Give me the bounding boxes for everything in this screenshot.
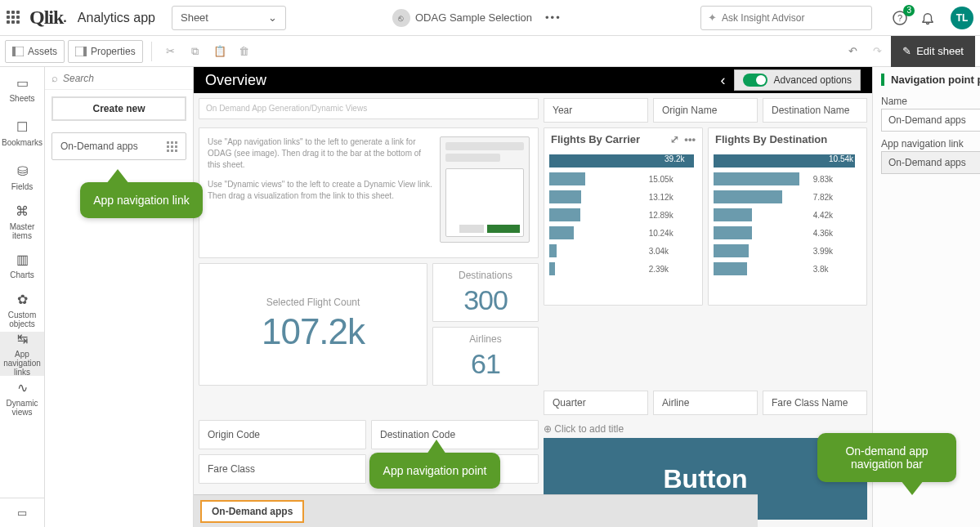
properties-toggle[interactable]: Properties <box>68 40 143 63</box>
filter-destination-name[interactable]: Destination Name <box>763 98 867 123</box>
advanced-options-toggle[interactable]: Advanced options <box>734 69 861 91</box>
nav-label: Sheets <box>9 94 34 103</box>
assets-toggle[interactable]: Assets <box>5 40 65 63</box>
nav-link-name: On-Demand apps <box>60 141 138 152</box>
more-menu-icon[interactable]: ••• <box>545 11 562 24</box>
properties-label: Properties <box>91 46 136 57</box>
nav-dynamic-views[interactable]: ∿Dynamic views <box>0 376 44 420</box>
help-text: Use "App navigation links" to the left t… <box>208 136 433 249</box>
puzzle-icon: ✿ <box>17 292 28 307</box>
origin-code-filter[interactable]: Origin Code <box>199 420 366 449</box>
svg-rect-5 <box>83 47 87 56</box>
copy-icon[interactable]: ⧉ <box>185 41 206 62</box>
kpi-selected-label: Selected Flight Count <box>266 297 360 308</box>
kpi-airlines-label: Airlines <box>469 333 501 345</box>
chart-title: Flights By Destination <box>715 133 827 145</box>
bar-row: 7.82k <box>714 188 861 206</box>
app-name: Analytics app <box>78 11 155 25</box>
breadcrumb: On Demand App Generation/Dynamic Views <box>199 98 539 119</box>
nav-app-navigation-links[interactable]: ↹App navigation links <box>0 332 44 376</box>
advisor-field[interactable] <box>722 12 865 24</box>
nav-label: Charts <box>10 270 34 279</box>
nav-label: Fields <box>11 182 34 191</box>
callout-app-nav-point: App navigation point <box>369 453 500 489</box>
filter-year[interactable]: Year <box>544 98 648 123</box>
search-input[interactable] <box>63 73 186 84</box>
sheets-icon: ▭ <box>16 75 29 91</box>
bar-row: 4.36k <box>714 224 861 242</box>
sheet-type-dropdown[interactable]: Sheet ⌄ <box>172 6 286 30</box>
panel-right-icon <box>75 47 87 56</box>
kpi-airlines-value: 61 <box>471 348 500 380</box>
nav-label: Dynamic views <box>2 399 43 417</box>
bar-row: 4.42k <box>714 206 861 224</box>
bar-row: 9.83k <box>714 170 861 188</box>
dynamic-icon: ∿ <box>17 380 28 395</box>
drag-handle-icon[interactable] <box>167 141 177 152</box>
pencil-icon: ✎ <box>902 45 911 57</box>
bar-row: 3.99k <box>714 242 861 260</box>
bar-row: 13.12k <box>549 188 697 206</box>
nav-collapse-icon[interactable]: ▭ <box>0 498 44 527</box>
nav-label: Bookmarks <box>2 138 43 147</box>
paste-icon[interactable]: 📋 <box>209 41 230 62</box>
filter-fare-class[interactable]: Fare Class Name <box>763 391 867 415</box>
bar-row: 3.8k <box>714 260 861 278</box>
filter-origin-name[interactable]: Origin Name <box>653 98 758 123</box>
kpi-selected-value: 107.2k <box>262 311 365 352</box>
callout-app-nav-link: App navigation link <box>80 182 203 218</box>
create-new-button[interactable]: Create new <box>51 96 186 121</box>
nav-label: Custom objects <box>2 310 43 328</box>
callout-nav-bar: On-demand app navigation bar <box>817 433 956 482</box>
fare-class-filter[interactable]: Fare Class <box>199 454 366 484</box>
nav-sheets[interactable]: ▭Sheets <box>0 67 44 111</box>
bar-row: 2.39k <box>549 260 697 278</box>
nav-custom-objects[interactable]: ✿Custom objects <box>0 288 44 332</box>
nav-bookmarks[interactable]: ☐Bookmarks <box>0 111 44 155</box>
toggle-on-icon[interactable] <box>743 74 767 87</box>
chart-more-icon[interactable]: ••• <box>684 133 696 145</box>
database-icon: ⛁ <box>17 163 28 179</box>
undo-icon[interactable]: ↶ <box>842 41 863 62</box>
nav-point-item[interactable]: On-Demand apps <box>200 500 304 523</box>
flights-by-destination-chart[interactable]: Flights By Destination 10.54k9.83k7.82k4… <box>708 127 867 306</box>
app-launcher-icon[interactable] <box>7 11 21 25</box>
bar-row: 3.04k <box>549 242 697 260</box>
prev-sheet-icon[interactable]: ‹ <box>721 72 726 89</box>
delete-icon[interactable]: 🗑 <box>234 41 255 62</box>
chevron-down-icon: ⌄ <box>268 11 277 24</box>
bar-row: 12.89k <box>549 206 697 224</box>
help-icon[interactable]: ? 3 <box>892 10 908 26</box>
search-icon: ⌕ <box>51 72 58 84</box>
svg-text:?: ? <box>897 13 902 23</box>
nav-fields[interactable]: ⛁Fields <box>0 155 44 199</box>
advanced-options-label: Advanced options <box>774 74 852 86</box>
cut-icon[interactable]: ✂ <box>160 41 181 62</box>
nav-master-items[interactable]: ⌘Master items <box>0 199 44 243</box>
destination-code-filter[interactable]: Destination Code <box>371 420 539 449</box>
panel-left-icon <box>12 47 24 56</box>
user-avatar[interactable]: TL <box>951 7 973 29</box>
flights-by-carrier-chart[interactable]: Flights By Carrier ⤢••• 39.2k15.05k13.12… <box>544 127 703 306</box>
nav-link-item[interactable]: On-Demand apps <box>51 132 186 160</box>
chart-icon: ▥ <box>16 252 29 267</box>
bar-row: 39.2k <box>549 152 697 170</box>
nav-charts[interactable]: ▥Charts <box>0 243 44 288</box>
notification-badge: 3 <box>903 5 915 16</box>
props-link-label: App navigation link <box>881 138 980 150</box>
bar-row: 10.24k <box>549 224 697 242</box>
on-demand-nav-bar[interactable]: On-Demand apps <box>194 494 758 527</box>
bell-icon[interactable] <box>920 10 936 26</box>
sheet-type-icon: ⎋ <box>392 9 410 27</box>
props-name-input[interactable]: On-Demand apps <box>881 109 980 132</box>
insight-advisor-input[interactable]: ✦ <box>700 6 872 30</box>
filter-quarter[interactable]: Quarter <box>544 391 648 415</box>
expand-icon[interactable]: ⤢ <box>670 133 679 145</box>
svg-rect-3 <box>12 47 16 56</box>
redo-icon[interactable]: ↷ <box>866 41 888 62</box>
edit-sheet-button[interactable]: ✎ Edit sheet <box>891 36 975 67</box>
filter-airline[interactable]: Airline <box>653 391 758 415</box>
signpost-icon: ↹ <box>17 331 28 346</box>
props-link-select[interactable]: On-Demand apps <box>881 151 980 174</box>
props-title: Navigation point properties <box>881 74 980 86</box>
